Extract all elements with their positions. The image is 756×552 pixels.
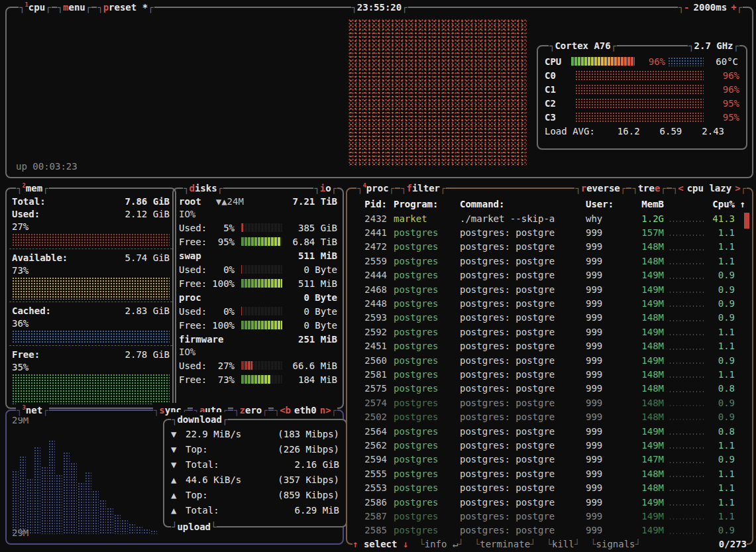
process-memory: 148M (632, 369, 664, 380)
process-program: postgres (394, 298, 460, 309)
memory-panel-title[interactable]: 2mem (16, 181, 49, 195)
process-row[interactable]: 2587postgrespostgres: postgre999149M1.1 (347, 509, 752, 523)
process-memory: 149M (632, 426, 664, 437)
process-pid: 2587 (352, 511, 387, 522)
disk-row-label: Used: (179, 264, 208, 275)
disk-usage-meter (241, 375, 282, 384)
process-pid: 2502 (352, 412, 387, 422)
filter-button[interactable]: filter (400, 181, 446, 195)
reverse-sort-toggle[interactable]: reverse (574, 181, 626, 195)
process-row[interactable]: 2593postgrespostgres: postgre999148M0.9 (347, 311, 752, 325)
process-row[interactable]: 2559postgrespostgres: postgre999148M1.1 (347, 254, 752, 268)
process-command: postgres: postgre (460, 383, 586, 394)
signals-button[interactable]: signals (590, 537, 641, 551)
process-user: 999 (586, 426, 632, 437)
mem-stat-value: 7.86 GiB (125, 195, 170, 208)
header-mem[interactable]: MemB (632, 199, 664, 209)
process-scrollbar[interactable] (744, 213, 749, 229)
interval-decrease[interactable]: - (684, 2, 689, 13)
header-pid[interactable]: Pid: (352, 199, 387, 209)
cpu-temp-value: 60°C (706, 56, 738, 67)
interval-control[interactable]: -2000ms+ (678, 0, 743, 15)
disk-row-value: 184 MiB (298, 374, 337, 385)
io-mode-toggle[interactable]: io (313, 181, 337, 195)
process-row[interactable]: 2502postgrespostgres: postgre999148M0.9 (347, 410, 752, 423)
net-stat-value: (183 Mibps) (278, 427, 339, 442)
process-row[interactable]: 2553postgrespostgres: postgre999148M1.1 (347, 480, 752, 494)
process-user: 999 (586, 469, 632, 479)
process-row[interactable]: 2592postgrespostgres: postgre999149M1.1 (347, 325, 752, 339)
disks-panel-title[interactable]: disks (183, 181, 223, 195)
leader-dots (667, 410, 704, 423)
net-stat-row: ▼22.9 MiB/s(183 Mibps) (164, 427, 346, 442)
disk-row-percent: 95% (211, 237, 235, 247)
process-row[interactable]: 2441postgrespostgres: postgre999157M1.1 (347, 225, 752, 239)
leader-dots (667, 268, 704, 282)
process-user: 999 (586, 482, 632, 493)
process-row[interactable]: 2448postgrespostgres: postgre999149M0.9 (347, 296, 752, 310)
core-list: C096%C196%C295%C395% (543, 68, 741, 124)
select-up-arrow[interactable]: ↑ (352, 539, 358, 549)
process-pid: 2432 (352, 213, 387, 224)
process-row[interactable]: 2585postgrespostgres: postgre999149M0.9 (347, 524, 752, 537)
header-command[interactable]: Command: (460, 199, 586, 209)
process-program: postgres (394, 412, 460, 422)
leader-dots (667, 396, 704, 410)
process-memory: 148M (632, 412, 664, 422)
network-panel-title[interactable]: 3net (16, 403, 49, 417)
process-user: 999 (586, 327, 632, 337)
net-graph-bar (48, 440, 55, 534)
sort-direction-arrow[interactable]: ↑ (735, 199, 745, 209)
process-table-header[interactable]: Pid: Program: Command: User: MemB Cpu% ↑ (347, 197, 752, 211)
net-graph-bar (85, 472, 91, 534)
menu-button[interactable]: menu (57, 0, 92, 15)
process-panel-title[interactable]: 4proc (356, 181, 395, 195)
header-user[interactable]: User: (586, 199, 632, 209)
process-row[interactable]: 2562postgrespostgres: postgre999149M1.1 (347, 438, 752, 452)
net-stat-value: (226 Mibps) (278, 442, 339, 457)
process-memory: 149M (632, 525, 664, 535)
cpu-panel-title[interactable]: 1cpu (19, 0, 52, 15)
process-cpu-percent: 1.1 (707, 241, 735, 252)
header-cpu[interactable]: Cpu% (707, 199, 735, 209)
process-program: postgres (394, 369, 460, 380)
process-row[interactable]: 2555postgrespostgres: postgre999148M1.1 (347, 467, 752, 480)
sort-column-selector[interactable]: <cpu lazy> (672, 181, 747, 195)
process-pid: 2594 (352, 454, 387, 465)
net-interface-selector[interactable]: <beth0n> (274, 403, 337, 417)
select-control[interactable]: ↑ select ↓ (352, 537, 408, 551)
mem-stat-percent: 35% (7, 361, 175, 373)
process-row[interactable]: 2472postgrespostgres: postgre999148M1.1 (347, 240, 752, 254)
process-row[interactable]: 2564postgrespostgres: postgre999149M0.8 (347, 424, 752, 438)
terminate-button[interactable]: terminate (474, 537, 536, 551)
tree-view-toggle[interactable]: tree (631, 181, 667, 195)
interface-next-button[interactable]: n> (320, 405, 331, 415)
kill-button[interactable]: kill (547, 537, 580, 551)
process-row[interactable]: 2574postgrespostgres: postgre999148M0.9 (347, 396, 752, 410)
process-row[interactable]: 2451postgrespostgres: postgre999148M1.1 (347, 339, 752, 353)
process-cpu-percent: 1.1 (707, 469, 735, 479)
cpu-model-label: Cortex A76 (549, 38, 617, 53)
header-program[interactable]: Program: (394, 199, 460, 209)
core-label: C2 (545, 98, 568, 109)
sort-next-button[interactable]: > (735, 183, 740, 193)
net-zero-toggle[interactable]: zero (233, 403, 268, 417)
process-row[interactable]: 2594postgrespostgres: postgre999147M0.9 (347, 453, 752, 467)
sort-prev-button[interactable]: < (678, 183, 683, 193)
info-button[interactable]: info ↵ (419, 537, 463, 551)
disk-usage-row: Used:0%0 Byte (174, 304, 343, 318)
mem-stat-label: Available: (12, 252, 68, 264)
process-row[interactable]: 2432market./market --skip-awhy1.2G41.3 (347, 211, 752, 225)
interval-increase[interactable]: + (731, 2, 736, 13)
process-row[interactable]: 2575postgrespostgres: postgre999148M0.8 (347, 382, 752, 396)
process-program: postgres (394, 284, 460, 295)
interface-prev-button[interactable]: <b (280, 405, 291, 415)
select-down-arrow[interactable]: ↓ (403, 539, 408, 549)
process-row[interactable]: 2560postgrespostgres: postgre999149M0.9 (347, 353, 752, 367)
process-row[interactable]: 2581postgrespostgres: postgre999148M1.1 (347, 367, 752, 381)
process-row[interactable]: 2586postgrespostgres: postgre999149M1.1 (347, 495, 752, 509)
process-memory: 149M (632, 298, 664, 309)
process-row[interactable]: 2468postgrespostgres: postgre999149M0.9 (347, 282, 752, 296)
process-row[interactable]: 2444postgrespostgres: postgre999149M0.9 (347, 268, 752, 282)
preset-button[interactable]: preset * (97, 0, 154, 15)
